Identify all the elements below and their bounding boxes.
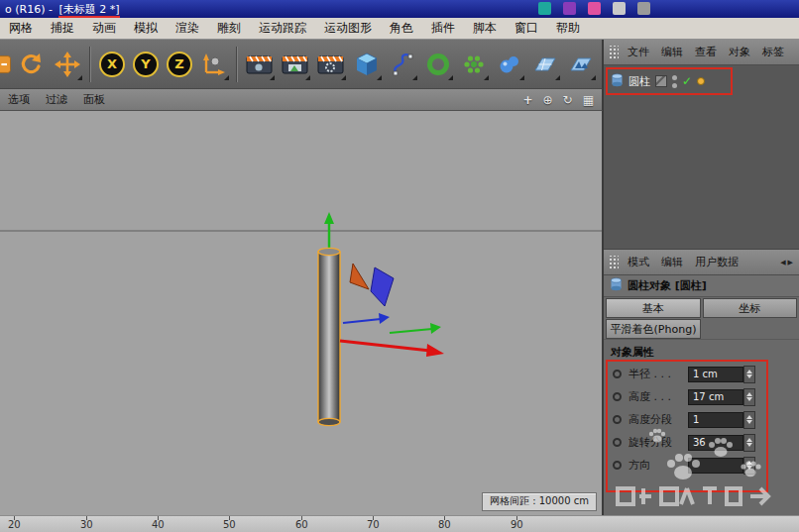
om-menu-objects[interactable]: 对象: [723, 45, 756, 59]
rotation-segments-value-field[interactable]: 36: [688, 435, 743, 451]
height-segments-spinner[interactable]: [743, 411, 755, 429]
rotate-icon[interactable]: ↻: [563, 93, 573, 107]
titlebar: o (R16) - [未标题 2 *]: [0, 0, 799, 18]
viewport-ruler[interactable]: 20 30 40 50 60 70 80 90: [0, 515, 799, 532]
attr-label-height: 高度 . . .: [628, 389, 688, 404]
menu-character[interactable]: 角色: [381, 20, 422, 37]
attr-row-height: 高度 . . . 17 cm: [604, 385, 799, 408]
am-menu-mode[interactable]: 模式: [622, 255, 655, 269]
main-toolbar: X Y Z: [0, 40, 603, 89]
menubar: 网格 捕捉 动画 模拟 渲染 雕刻 运动跟踪 运动图形 角色 插件 脚本 窗口 …: [0, 18, 799, 40]
height-spinner[interactable]: [743, 388, 755, 406]
move-tool-icon[interactable]: [50, 45, 85, 84]
window-title: o (R16) - [未标题 2 *]: [5, 2, 120, 17]
rotation-segments-spinner[interactable]: [743, 434, 755, 452]
menu-sculpt[interactable]: 雕刻: [208, 20, 250, 37]
om-menu-view[interactable]: 查看: [689, 45, 723, 59]
menu-help[interactable]: 帮助: [547, 20, 589, 37]
orientation-value-field[interactable]: [688, 458, 743, 474]
attr-label-rotation-segments: 旋转分段: [628, 435, 688, 450]
radius-value-field[interactable]: 1 cm: [688, 367, 743, 382]
height-segments-value-field[interactable]: 1: [688, 412, 743, 428]
torus-generator-icon[interactable]: [420, 45, 456, 84]
orientation-spinner[interactable]: [743, 457, 755, 475]
lock-z-axis-button[interactable]: Z: [163, 45, 196, 84]
undo-icon[interactable]: [14, 45, 50, 84]
grip-icon[interactable]: [608, 256, 619, 269]
am-menu-user-data[interactable]: 用户数据: [689, 255, 744, 269]
badge-purple-icon: [563, 2, 576, 15]
array-generator-icon[interactable]: [456, 45, 492, 84]
grip-icon[interactable]: [608, 46, 619, 59]
ruler-tick: 50: [223, 519, 236, 530]
spline-pen-icon[interactable]: [385, 45, 420, 84]
menu-snap[interactable]: 捕捉: [42, 20, 83, 37]
landscape-icon[interactable]: [563, 45, 599, 84]
radius-spinner[interactable]: [743, 366, 755, 383]
render-to-picture-viewer-icon[interactable]: [278, 45, 313, 84]
object-manager-header: 文件 编辑 查看 对象 标签: [604, 40, 799, 65]
coordinate-system-icon[interactable]: [196, 45, 232, 84]
lock-y-axis-button[interactable]: Y: [129, 45, 163, 84]
key-ring-icon[interactable]: [613, 370, 622, 378]
pan-icon[interactable]: +: [522, 93, 532, 107]
tab-coordinates[interactable]: 坐标: [703, 298, 798, 318]
om-menu-file[interactable]: 文件: [622, 45, 655, 59]
om-menu-edit[interactable]: 编辑: [655, 45, 689, 59]
lock-x-axis-button[interactable]: X: [95, 45, 129, 84]
object-name[interactable]: 圆柱: [628, 74, 650, 89]
ruler-tick: 60: [295, 519, 308, 530]
height-value-field[interactable]: 17 cm: [688, 389, 743, 405]
key-ring-icon[interactable]: [613, 392, 622, 401]
am-menu-edit[interactable]: 编辑: [655, 255, 689, 269]
key-ring-icon[interactable]: [613, 438, 622, 447]
document-title: [未标题 2 *]: [58, 3, 119, 18]
object-manager-list[interactable]: 圆柱 ✓: [604, 65, 799, 250]
key-ring-icon[interactable]: [613, 461, 622, 470]
maximize-icon[interactable]: ▦: [583, 93, 594, 107]
object-row-cylinder[interactable]: 圆柱 ✓: [604, 70, 756, 92]
menu-motion-tracker[interactable]: 运动跟踪: [250, 20, 315, 37]
visibility-dots-icon[interactable]: [672, 75, 677, 88]
clipped-tool-icon[interactable]: [0, 45, 14, 84]
menu-animate[interactable]: 动画: [83, 20, 125, 37]
vp-menu-filter[interactable]: 过滤: [38, 92, 75, 107]
attribute-tabs-row2: 平滑着色(Phong): [604, 318, 799, 339]
attribute-title-text: 圆柱对象 [圆柱]: [628, 278, 707, 293]
vp-menu-options[interactable]: 选项: [0, 92, 38, 107]
tab-phong[interactable]: 平滑着色(Phong): [606, 319, 701, 339]
cube-primitive-icon[interactable]: [349, 45, 385, 84]
cylinder-object-icon: [611, 73, 624, 90]
menu-mograph[interactable]: 运动图形: [315, 20, 381, 37]
scene-cylinder[interactable]: [293, 206, 467, 449]
enabled-check-icon[interactable]: ✓: [682, 74, 692, 88]
layer-chip-icon[interactable]: [655, 75, 667, 87]
vp-menu-panel[interactable]: 面板: [75, 92, 113, 107]
menu-script[interactable]: 脚本: [464, 20, 506, 37]
attr-row-orientation: 方向: [604, 454, 799, 477]
zoom-icon[interactable]: ⊕: [543, 93, 553, 107]
render-view-icon[interactable]: [242, 45, 278, 84]
viewport-nav-icons: + ⊕ ↻ ▦: [522, 93, 594, 107]
axis-y-label: Y: [133, 52, 159, 77]
om-menu-tags[interactable]: 标签: [756, 45, 790, 59]
history-arrows-icon[interactable]: ◀▶: [780, 259, 795, 266]
viewport-canvas[interactable]: 网格间距 : 10000 cm: [0, 111, 603, 515]
menu-simulate[interactable]: 模拟: [125, 20, 167, 37]
attribute-object-title: 圆柱对象 [圆柱]: [604, 275, 799, 297]
app-window: o (R16) - [未标题 2 *] 网格 捕捉 动画 模拟 渲染 雕刻 运动…: [0, 0, 799, 532]
ruler-tick: 20: [8, 519, 21, 530]
floor-plane-icon[interactable]: [527, 45, 563, 84]
ruler-tick: 30: [80, 519, 93, 530]
menu-plugins[interactable]: 插件: [422, 20, 464, 37]
attr-label-height-segments: 高度分段: [628, 412, 688, 427]
menu-mesh[interactable]: 网格: [0, 20, 42, 37]
badge-grey2-icon: [637, 2, 650, 15]
key-ring-icon[interactable]: [613, 415, 622, 424]
render-settings-icon[interactable]: [313, 45, 349, 84]
menu-window[interactable]: 窗口: [506, 20, 547, 37]
metaball-icon[interactable]: [492, 45, 527, 84]
menu-render[interactable]: 渲染: [167, 20, 208, 37]
tab-basic[interactable]: 基本: [606, 298, 701, 318]
grid-spacing-label: 网格间距 : 10000 cm: [482, 492, 597, 511]
